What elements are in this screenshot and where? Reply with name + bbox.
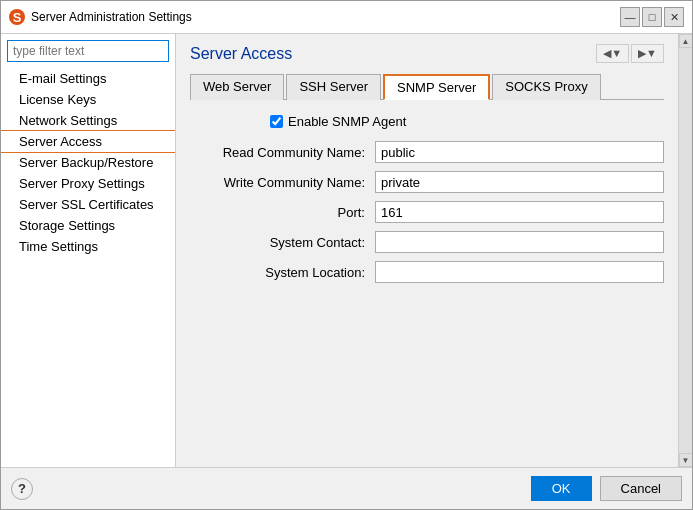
sidebar-item-server-ssl[interactable]: Server SSL Certificates xyxy=(1,194,175,215)
close-button[interactable]: ✕ xyxy=(664,7,684,27)
sidebar-item-storage-settings[interactable]: Storage Settings xyxy=(1,215,175,236)
system-contact-input[interactable] xyxy=(375,231,664,253)
ok-button[interactable]: OK xyxy=(531,476,592,501)
sidebar-item-email-settings[interactable]: E-mail Settings xyxy=(1,68,175,89)
minimize-button[interactable]: — xyxy=(620,7,640,27)
scroll-up-button[interactable]: ▲ xyxy=(679,34,693,48)
scroll-down-button[interactable]: ▼ xyxy=(679,453,693,467)
right-scrollbar: ▲ ▼ xyxy=(678,34,692,467)
scroll-track xyxy=(679,48,692,453)
nav-forward-button[interactable]: ▶▼ xyxy=(631,44,664,63)
write-community-row: Write Community Name: xyxy=(190,171,664,193)
system-contact-row: System Contact: xyxy=(190,231,664,253)
bottom-bar: ? OK Cancel xyxy=(1,467,692,509)
nav-arrows: ◀▼ ▶▼ xyxy=(596,44,664,63)
enable-snmp-label[interactable]: Enable SNMP Agent xyxy=(288,114,406,129)
window-controls: — □ ✕ xyxy=(620,7,684,27)
bottom-actions: OK Cancel xyxy=(531,476,682,501)
window-title: Server Administration Settings xyxy=(31,10,620,24)
read-community-label: Read Community Name: xyxy=(190,145,375,160)
main-content: Server Access ◀▼ ▶▼ Web Server SSH Serve… xyxy=(176,34,678,467)
form-area: Enable SNMP Agent Read Community Name: W… xyxy=(190,114,664,457)
tab-socks-proxy[interactable]: SOCKS Proxy xyxy=(492,74,600,100)
enable-snmp-row: Enable SNMP Agent xyxy=(190,114,664,129)
nav-back-button[interactable]: ◀▼ xyxy=(596,44,629,63)
app-icon: S xyxy=(9,9,25,25)
window-body: E-mail Settings License Keys Network Set… xyxy=(1,34,692,467)
sidebar-item-license-keys[interactable]: License Keys xyxy=(1,89,175,110)
main-window: S Server Administration Settings — □ ✕ E… xyxy=(0,0,693,510)
port-row: Port: xyxy=(190,201,664,223)
read-community-input[interactable] xyxy=(375,141,664,163)
sidebar-item-server-proxy[interactable]: Server Proxy Settings xyxy=(1,173,175,194)
system-location-label: System Location: xyxy=(190,265,375,280)
cancel-button[interactable]: Cancel xyxy=(600,476,682,501)
help-button[interactable]: ? xyxy=(11,478,33,500)
write-community-label: Write Community Name: xyxy=(190,175,375,190)
tab-ssh-server[interactable]: SSH Server xyxy=(286,74,381,100)
tab-bar: Web Server SSH Server SNMP Server SOCKS … xyxy=(190,73,664,100)
tab-web-server[interactable]: Web Server xyxy=(190,74,284,100)
filter-input[interactable] xyxy=(7,40,169,62)
title-bar: S Server Administration Settings — □ ✕ xyxy=(1,1,692,34)
sidebar-item-server-backup[interactable]: Server Backup/Restore xyxy=(1,152,175,173)
system-location-input[interactable] xyxy=(375,261,664,283)
sidebar: E-mail Settings License Keys Network Set… xyxy=(1,34,176,467)
page-title: Server Access xyxy=(190,45,292,63)
system-contact-label: System Contact: xyxy=(190,235,375,250)
sidebar-item-server-access[interactable]: Server Access xyxy=(1,131,175,152)
enable-snmp-checkbox[interactable] xyxy=(270,115,283,128)
system-location-row: System Location: xyxy=(190,261,664,283)
read-community-row: Read Community Name: xyxy=(190,141,664,163)
sidebar-item-network-settings[interactable]: Network Settings xyxy=(1,110,175,131)
port-input[interactable] xyxy=(375,201,664,223)
sidebar-item-time-settings[interactable]: Time Settings xyxy=(1,236,175,257)
main-header: Server Access ◀▼ ▶▼ xyxy=(190,44,664,63)
write-community-input[interactable] xyxy=(375,171,664,193)
maximize-button[interactable]: □ xyxy=(642,7,662,27)
port-label: Port: xyxy=(190,205,375,220)
tab-snmp-server[interactable]: SNMP Server xyxy=(383,74,490,100)
